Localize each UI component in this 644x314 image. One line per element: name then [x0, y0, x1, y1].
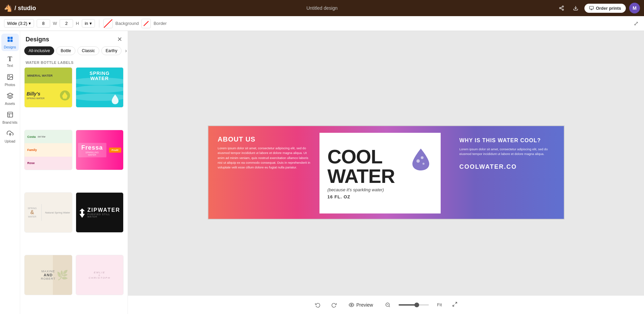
svg-line-23	[389, 306, 390, 307]
svg-rect-12	[10, 39, 12, 42]
height-unit-label: H	[76, 21, 79, 26]
bottom-toolbar: Preview Fit	[128, 295, 644, 314]
design-card-4[interactable]: Fressa SPARKLING WATER Fruit!	[76, 130, 124, 170]
user-avatar[interactable]: M	[629, 3, 640, 13]
share-button[interactable]	[556, 3, 567, 13]
why-panel: WHY IS THIS WATER COOL? Lorem ipsum dolo…	[453, 133, 564, 175]
sidebar-item-upload[interactable]: Upload	[1, 128, 19, 145]
photos-icon	[7, 74, 13, 82]
canvas-area: ABOUT US Lorem ipsum dolor sit amet, con…	[128, 31, 644, 314]
brand-nav-label: Brand kits	[2, 121, 17, 124]
order-prints-label: Order prints	[596, 6, 621, 11]
order-prints-button[interactable]: Order prints	[584, 4, 626, 13]
filter-tab-bottle[interactable]: Bottle	[56, 46, 75, 55]
section-label: WATER BOTTLE LABELS	[20, 58, 128, 67]
svg-rect-6	[589, 6, 594, 9]
filter-tab-all-inclusive[interactable]: All-inclusive	[24, 46, 54, 55]
panel-title: Designs	[26, 36, 49, 43]
brand-icon	[7, 111, 13, 120]
chevron-down-icon: ▾	[29, 21, 31, 26]
sidebar-item-brand[interactable]: Brand kits	[1, 109, 19, 126]
fit-label: Fit	[437, 302, 442, 307]
design-card-2[interactable]: SPRING WATER	[76, 67, 124, 108]
assets-nav-label: Assets	[5, 102, 15, 106]
filter-more-button[interactable]: ›	[124, 47, 128, 54]
zoom-slider[interactable]	[399, 304, 429, 306]
panel-header: Designs ✕	[20, 31, 128, 46]
design-card-8[interactable]: EMLIE & CHRISTOPH	[76, 255, 124, 295]
document-title: Untitled design	[306, 5, 338, 11]
chevron-down-icon-2: ▾	[90, 21, 92, 26]
upload-nav-label: Upload	[5, 140, 15, 143]
height-input[interactable]	[60, 19, 73, 28]
zoom-handle[interactable]	[414, 303, 419, 307]
svg-point-0	[562, 6, 564, 7]
filter-tab-classic[interactable]: Classic	[77, 46, 99, 55]
svg-line-3	[561, 8, 563, 9]
topbar: 🐴 / studio Untitled design Order prints …	[0, 0, 644, 16]
background-color-picker[interactable]	[103, 19, 113, 28]
sidebar-item-designs[interactable]: Designs	[1, 34, 19, 51]
sidebar-item-text[interactable]: T Text	[1, 52, 19, 70]
width-unit-label: W	[53, 21, 57, 26]
brand-subtitle: (because it's sparkling water)	[328, 187, 411, 192]
canvas-toolbar: Wide (3:2) ▾ W H in ▾ Background Border …	[0, 16, 644, 31]
zoom-fill	[399, 304, 417, 306]
about-text: Lorem ipsum dolor sit amet, consectetur …	[218, 146, 312, 170]
expand-canvas-button[interactable]: ⤢	[632, 18, 640, 29]
undo-button[interactable]	[312, 300, 323, 310]
svg-point-20	[422, 163, 425, 165]
sidebar-item-photos[interactable]: Photos	[1, 71, 19, 89]
designs-panel: Designs ✕ All-inclusive Bottle Classic E…	[20, 31, 128, 314]
svg-line-26	[453, 305, 454, 306]
photos-nav-label: Photos	[5, 83, 15, 87]
unit-select[interactable]: in ▾	[82, 19, 95, 28]
svg-point-21	[351, 304, 352, 306]
svg-line-25	[455, 302, 457, 304]
svg-line-4	[561, 7, 563, 8]
design-card-7[interactable]: 🌿 MAXINE AND ROBERT	[24, 255, 72, 295]
background-label: Background	[115, 21, 139, 26]
filter-tab-earthy[interactable]: Earthy	[101, 46, 122, 55]
preview-button[interactable]: Preview	[345, 300, 377, 310]
assets-icon	[7, 92, 13, 101]
sidebar-nav: Designs T Text Photos Assets Brand kits	[0, 31, 20, 314]
unit-label: in	[85, 21, 88, 26]
zoom-out-button[interactable]	[382, 300, 393, 310]
design-canvas[interactable]: ABOUT US Lorem ipsum dolor sit amet, con…	[208, 125, 565, 220]
water-drop-icon	[411, 147, 431, 172]
why-text: Lorem ipsum dolor sit amet, consectetur …	[460, 147, 557, 157]
design-card-1[interactable]: MINERAL WATER Billy's SPRING WATER	[24, 67, 72, 108]
svg-point-1	[560, 7, 561, 9]
download-button[interactable]	[570, 3, 581, 13]
sidebar-item-assets[interactable]: Assets	[1, 90, 19, 108]
designs-nav-label: Designs	[4, 45, 16, 49]
redo-button[interactable]	[329, 300, 339, 310]
width-input[interactable]	[37, 19, 50, 28]
about-title: ABOUT US	[218, 135, 312, 143]
design-card-3[interactable]: Costa del Mar Family Rose	[24, 130, 72, 170]
designs-grid: MINERAL WATER Billy's SPRING WATER	[20, 67, 128, 314]
brand-name-cool: COOL	[328, 147, 411, 166]
design-card-5[interactable]: SPRING & WATER Natural Spring Water	[24, 192, 72, 233]
upload-icon	[7, 130, 13, 139]
svg-rect-10	[10, 37, 12, 39]
border-label: Border	[154, 21, 167, 26]
border-color-picker[interactable]	[141, 19, 151, 28]
fullscreen-button[interactable]	[450, 300, 460, 310]
logo-icon: 🐴	[4, 4, 12, 12]
size-preset-select[interactable]: Wide (3:2) ▾	[4, 19, 34, 28]
about-us-panel: ABOUT US Lorem ipsum dolor sit amet, con…	[215, 133, 314, 172]
topbar-actions: Order prints M	[556, 3, 640, 13]
designs-icon	[7, 36, 13, 44]
design-card-6[interactable]: ZIPWATER PURIFIED STILL WATER	[76, 192, 124, 233]
preview-label: Preview	[356, 302, 373, 308]
brand-name-water: WATER	[328, 166, 411, 186]
app-name: / studio	[14, 5, 36, 12]
fit-button[interactable]: Fit	[434, 300, 444, 309]
svg-marker-15	[7, 93, 13, 95]
svg-rect-11	[7, 39, 10, 42]
center-brand-panel: COOL WATER (because it's sparkling water…	[319, 133, 441, 213]
size-preset-label: Wide (3:2)	[7, 21, 27, 26]
close-panel-button[interactable]: ✕	[117, 36, 122, 43]
